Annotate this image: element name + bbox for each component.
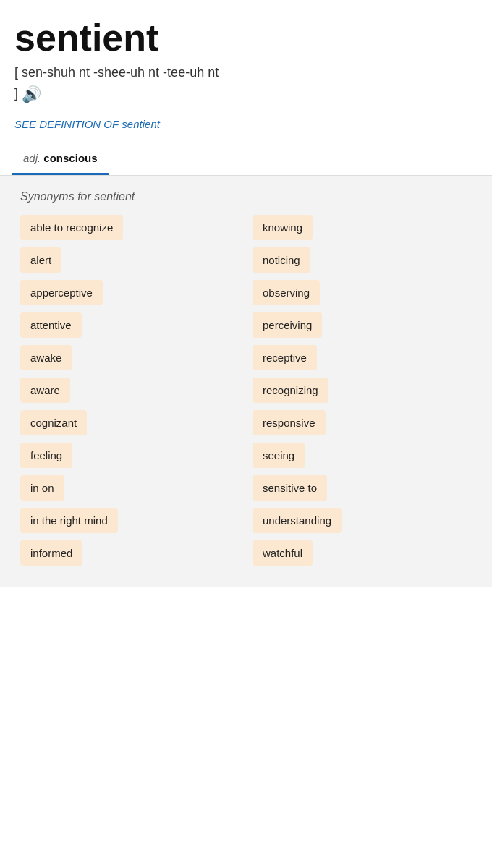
- tab-meaning: conscious: [43, 152, 97, 164]
- tab-pos: adj.: [23, 152, 41, 164]
- synonym-tag-right[interactable]: recognizing: [253, 378, 328, 403]
- synonym-tag-left[interactable]: apperceptive: [20, 280, 103, 305]
- synonym-tag-left[interactable]: cognizant: [20, 410, 87, 435]
- synonym-tag-right[interactable]: perceiving: [253, 312, 322, 338]
- synonyms-left-col: able to recognizealertapperceptiveattent…: [20, 215, 245, 566]
- synonym-tag-right[interactable]: responsive: [253, 410, 326, 435]
- synonym-tag-right[interactable]: observing: [253, 280, 320, 305]
- speaker-icon[interactable]: 🔊: [22, 82, 41, 106]
- synonym-tag-left[interactable]: aware: [20, 378, 70, 403]
- synonym-tag-left[interactable]: in the right mind: [20, 508, 118, 533]
- synonyms-title-prefix: Synonyms for: [20, 190, 91, 203]
- pronunciation: [ sen-shuh nt -shee-uh nt -tee-uh nt ] 🔊: [14, 63, 478, 106]
- synonym-tag-right[interactable]: seeing: [253, 443, 305, 468]
- synonym-tag-right[interactable]: receptive: [253, 345, 317, 370]
- synonyms-title: Synonyms for sentient: [20, 190, 478, 203]
- see-definition-link[interactable]: SEE DEFINITION OF sentient: [14, 118, 478, 130]
- synonym-tag-left[interactable]: awake: [20, 345, 72, 370]
- synonym-tag-left[interactable]: alert: [20, 247, 62, 273]
- synonym-tag-left[interactable]: in on: [20, 475, 64, 501]
- synonym-tag-right[interactable]: watchful: [253, 540, 313, 566]
- content-section: adj. conscious Synonyms for sentient abl…: [0, 142, 492, 587]
- synonyms-grid: able to recognizealertapperceptiveattent…: [20, 215, 478, 566]
- see-definition-label: SEE DEFINITION OF: [14, 118, 119, 130]
- word-title: sentient: [14, 17, 478, 59]
- pronunciation-text-line2: ]: [14, 86, 18, 101]
- synonym-tag-left[interactable]: feeling: [20, 443, 72, 468]
- synonym-tag-right[interactable]: noticing: [253, 247, 310, 273]
- synonyms-section: Synonyms for sentient able to recognizea…: [0, 176, 492, 573]
- synonyms-right-col: knowingnoticingobservingperceivingrecept…: [253, 215, 478, 566]
- tab-bar: adj. conscious: [0, 142, 492, 176]
- synonym-tag-left[interactable]: able to recognize: [20, 215, 123, 240]
- synonym-tag-right[interactable]: sensitive to: [253, 475, 327, 501]
- pronunciation-text-line1: [ sen-shuh nt -shee-uh nt -tee-uh nt: [14, 65, 219, 80]
- synonym-tag-right[interactable]: knowing: [253, 215, 313, 240]
- tab-conscious[interactable]: adj. conscious: [12, 142, 109, 175]
- synonyms-title-word: sentient: [94, 190, 135, 203]
- header-section: sentient [ sen-shuh nt -shee-uh nt -tee-…: [0, 0, 492, 142]
- synonym-tag-right[interactable]: understanding: [253, 508, 342, 533]
- synonym-tag-left[interactable]: informed: [20, 540, 82, 566]
- see-definition-word: sentient: [122, 118, 160, 130]
- synonym-tag-left[interactable]: attentive: [20, 312, 82, 338]
